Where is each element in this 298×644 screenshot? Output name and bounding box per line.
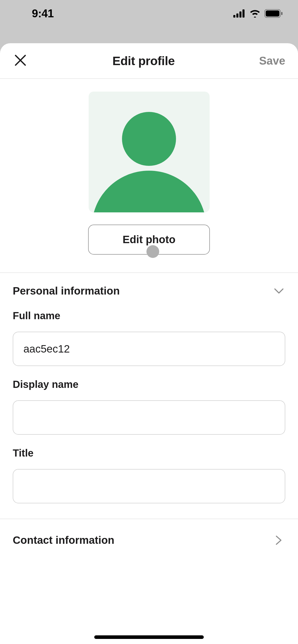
cellular-signal-icon [233, 9, 246, 18]
full-name-block: Full name [0, 297, 298, 366]
title-field-label: Title [13, 447, 285, 459]
full-name-input[interactable] [13, 332, 285, 366]
battery-icon [264, 9, 283, 18]
status-icons [233, 9, 283, 18]
photo-section: Edit photo [0, 79, 298, 273]
display-name-block: Display name [0, 366, 298, 435]
contact-info-row[interactable]: Contact information [0, 519, 298, 561]
svg-rect-0 [233, 15, 235, 18]
title-input[interactable] [13, 469, 285, 503]
edit-profile-sheet: Edit profile Save Edit photo Personal in… [0, 43, 298, 644]
svg-rect-5 [266, 10, 279, 17]
close-icon [14, 54, 27, 68]
title-block: Title [0, 435, 298, 503]
sheet-header: Edit profile Save [0, 43, 298, 79]
full-name-label: Full name [13, 310, 285, 321]
touch-indicator-icon [146, 245, 159, 258]
save-button[interactable]: Save [259, 54, 285, 67]
svg-rect-3 [242, 9, 245, 18]
status-bar: 9:41 [0, 0, 298, 27]
display-name-label: Display name [13, 379, 285, 390]
edit-photo-button[interactable]: Edit photo [88, 225, 210, 255]
home-indicator[interactable] [94, 635, 204, 639]
chevron-down-icon [273, 285, 285, 297]
svg-rect-1 [236, 13, 238, 18]
personal-info-header[interactable]: Personal information [0, 273, 298, 297]
chevron-right-icon [273, 534, 285, 547]
close-button[interactable] [13, 53, 28, 68]
contact-info-title: Contact information [13, 534, 114, 546]
status-time: 9:41 [32, 7, 54, 20]
personal-info-title: Personal information [13, 285, 120, 297]
page-title: Edit profile [112, 54, 175, 68]
wifi-icon [249, 9, 261, 18]
svg-rect-2 [239, 11, 241, 18]
svg-rect-6 [281, 12, 282, 15]
edit-photo-label: Edit photo [123, 233, 175, 246]
display-name-input[interactable] [13, 400, 285, 435]
avatar[interactable] [89, 92, 210, 212]
